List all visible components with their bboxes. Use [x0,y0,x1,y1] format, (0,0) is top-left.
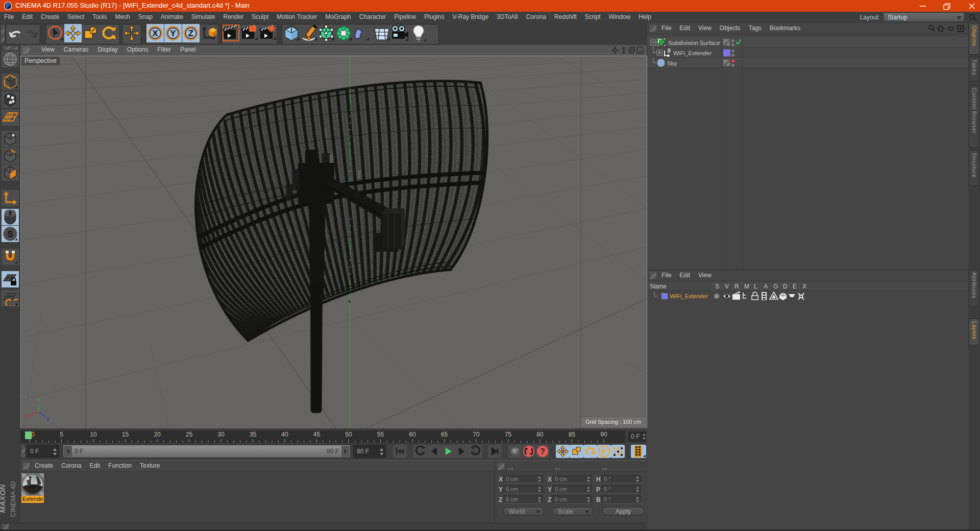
svg-text:55: 55 [377,431,384,438]
svg-text:WiFi_Extender: WiFi_Extender [673,50,712,56]
svg-text:Y: Y [37,397,41,402]
svg-text:10: 10 [90,431,97,438]
svg-text:20: 20 [154,431,161,438]
svg-text:45: 45 [313,431,321,438]
svg-text:Sky: Sky [667,60,677,66]
svg-text:75: 75 [505,431,512,438]
svg-text:60: 60 [409,431,416,438]
svg-text:15: 15 [122,431,129,438]
svg-text:25: 25 [186,431,193,438]
svg-text:Z: Z [188,29,193,38]
svg-text:0: 0 [31,431,35,438]
svg-text:Y: Y [170,29,176,38]
svg-text:WiFi_Extender: WiFi_Extender [670,293,708,299]
svg-text:80: 80 [536,431,544,438]
svg-text:90: 90 [600,431,607,438]
svg-text:Z: Z [46,416,50,422]
svg-text:85: 85 [569,431,576,438]
svg-text:X: X [152,29,158,38]
svg-text:65: 65 [441,431,448,438]
svg-text:X: X [26,413,30,419]
svg-text:35: 35 [250,431,257,438]
svg-text:70: 70 [473,431,480,438]
svg-text:Subdivision Surface: Subdivision Surface [668,40,720,46]
svg-text:?: ? [540,447,545,456]
svg-text:S: S [8,230,13,238]
svg-text:P: P [602,448,606,456]
svg-text:40: 40 [281,431,288,438]
svg-text:30: 30 [217,431,225,438]
svg-text:5: 5 [60,431,63,438]
svg-text:0: 0 [668,48,671,54]
svg-text:50: 50 [345,431,352,438]
svg-text:0 F: 0 F [631,433,640,440]
